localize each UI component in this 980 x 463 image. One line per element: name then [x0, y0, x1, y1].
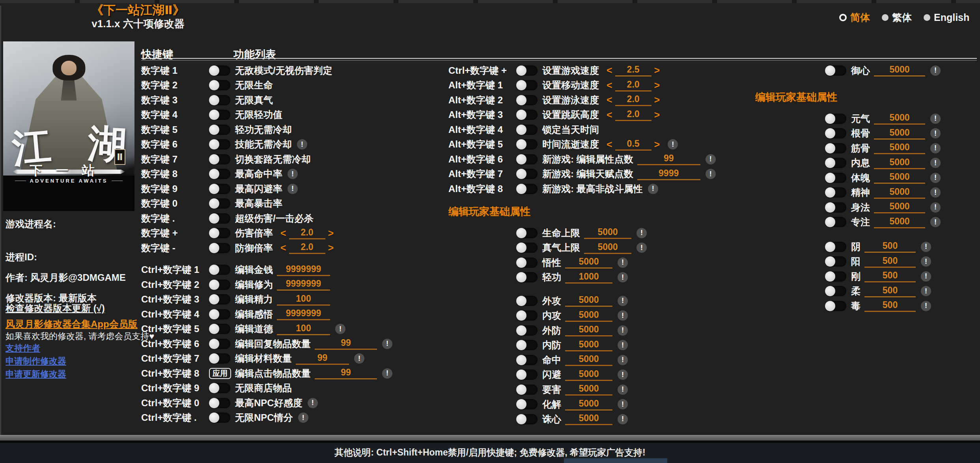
toggle-switch[interactable] [516, 125, 538, 135]
value-input[interactable]: 9999999 [277, 264, 330, 276]
toggle-switch[interactable] [825, 114, 846, 124]
multiplier-value[interactable]: 2.5 [615, 64, 651, 77]
value-input[interactable]: 99 [296, 353, 349, 365]
increase-arrow[interactable]: > [651, 139, 663, 150]
value-input[interactable]: 5000 [565, 295, 612, 307]
decrease-arrow[interactable]: < [278, 242, 289, 254]
increase-arrow[interactable]: > [325, 242, 337, 254]
toggle-switch[interactable] [825, 286, 846, 296]
toggle-switch[interactable] [209, 125, 230, 135]
value-input[interactable]: 5000 [874, 64, 925, 77]
toggle-switch[interactable] [516, 243, 538, 253]
toggle-switch[interactable] [825, 128, 846, 138]
toggle-switch[interactable] [825, 143, 846, 153]
decrease-arrow[interactable]: < [604, 65, 615, 76]
value-input[interactable]: 5000 [565, 256, 612, 269]
value-input[interactable]: 500 [864, 285, 916, 297]
multiplier-value[interactable]: 0.5 [615, 138, 651, 151]
toggle-switch[interactable] [209, 339, 230, 349]
toggle-switch[interactable] [209, 353, 230, 364]
toggle-switch[interactable] [516, 325, 538, 336]
value-input[interactable]: 5000 [565, 369, 612, 381]
increase-arrow[interactable]: > [651, 94, 663, 106]
value-input[interactable]: 5000 [874, 142, 925, 154]
value-input[interactable]: 5000 [565, 354, 612, 366]
decrease-arrow[interactable]: < [604, 80, 615, 91]
increase-arrow[interactable]: > [651, 80, 663, 91]
toggle-switch[interactable] [516, 385, 538, 395]
toggle-switch[interactable] [209, 154, 230, 164]
value-input[interactable]: 100 [277, 323, 330, 335]
toggle-switch[interactable] [516, 296, 538, 306]
value-input[interactable]: 5000 [565, 339, 612, 351]
value-input[interactable]: 9999999 [277, 278, 330, 291]
toggle-switch[interactable] [825, 242, 846, 252]
value-input[interactable]: 5000 [584, 242, 631, 254]
value-input[interactable]: 9999999 [277, 308, 330, 320]
toggle-switch[interactable] [516, 110, 538, 120]
toggle-switch[interactable] [516, 228, 538, 238]
toggle-switch[interactable] [209, 80, 230, 90]
toggle-switch[interactable] [209, 184, 230, 194]
toggle-switch[interactable] [825, 158, 846, 168]
toggle-switch[interactable] [516, 399, 538, 409]
increase-arrow[interactable]: > [651, 109, 663, 121]
multiplier-value[interactable]: 2.0 [615, 94, 651, 106]
value-input[interactable]: 1000 [565, 271, 612, 284]
support-author-link[interactable]: 支持作者 [6, 342, 40, 354]
toggle-switch[interactable] [209, 265, 230, 275]
toggle-switch[interactable] [209, 198, 230, 209]
toggle-switch[interactable] [209, 110, 230, 120]
value-input[interactable]: 99 [637, 153, 700, 165]
value-input[interactable]: 500 [864, 300, 916, 312]
toggle-switch[interactable] [825, 256, 846, 267]
toggle-switch[interactable] [209, 213, 230, 224]
apply-button[interactable]: 应用 [209, 368, 231, 379]
member-app-link[interactable]: 风灵月影修改器合集App会员版 [6, 318, 138, 330]
toggle-switch[interactable] [516, 370, 538, 380]
multiplier-value[interactable]: 2.0 [289, 227, 325, 239]
value-input[interactable]: 9999 [637, 168, 700, 180]
decrease-arrow[interactable]: < [278, 228, 289, 239]
language-radio-english[interactable]: English [924, 12, 969, 23]
value-input[interactable]: 5000 [565, 398, 612, 411]
toggle-switch[interactable] [516, 184, 538, 194]
toggle-switch[interactable] [209, 169, 230, 179]
toggle-switch[interactable] [825, 173, 846, 183]
value-input[interactable]: 5000 [874, 216, 925, 228]
value-input[interactable]: 5000 [874, 187, 925, 199]
multiplier-value[interactable]: 2.0 [289, 242, 325, 254]
toggle-switch[interactable] [209, 413, 230, 423]
value-input[interactable]: 100 [277, 293, 330, 306]
toggle-switch[interactable] [825, 65, 846, 76]
value-input[interactable]: 500 [864, 256, 916, 268]
toggle-switch[interactable] [209, 324, 230, 334]
toggle-switch[interactable] [825, 202, 846, 213]
toggle-switch[interactable] [516, 355, 538, 365]
value-input[interactable]: 5000 [874, 172, 925, 184]
check-update-link[interactable]: 检查修改器版本更新 (√) [6, 302, 105, 315]
toggle-switch[interactable] [209, 95, 230, 105]
decrease-arrow[interactable]: < [604, 139, 615, 150]
toggle-switch[interactable] [516, 340, 538, 350]
value-input[interactable]: 5000 [874, 201, 925, 213]
toggle-switch[interactable] [516, 95, 538, 105]
multiplier-value[interactable]: 2.0 [615, 79, 651, 91]
increase-arrow[interactable]: > [651, 65, 663, 76]
value-input[interactable]: 5000 [565, 383, 612, 396]
request-trainer-link[interactable]: 申请制作修改器 [6, 355, 66, 367]
toggle-switch[interactable] [516, 139, 538, 149]
toggle-switch[interactable] [516, 258, 538, 268]
multiplier-value[interactable]: 2.0 [615, 109, 651, 121]
value-input[interactable]: 5000 [565, 324, 612, 336]
value-input[interactable]: 99 [315, 367, 377, 379]
toggle-switch[interactable] [209, 65, 230, 76]
toggle-switch[interactable] [516, 310, 538, 321]
value-input[interactable]: 5000 [565, 413, 612, 425]
toggle-switch[interactable] [209, 280, 230, 290]
toggle-switch[interactable] [516, 80, 538, 90]
toggle-switch[interactable] [516, 169, 538, 179]
toggle-switch[interactable] [825, 217, 846, 227]
toggle-switch[interactable] [825, 187, 846, 198]
value-input[interactable]: 5000 [874, 112, 925, 125]
